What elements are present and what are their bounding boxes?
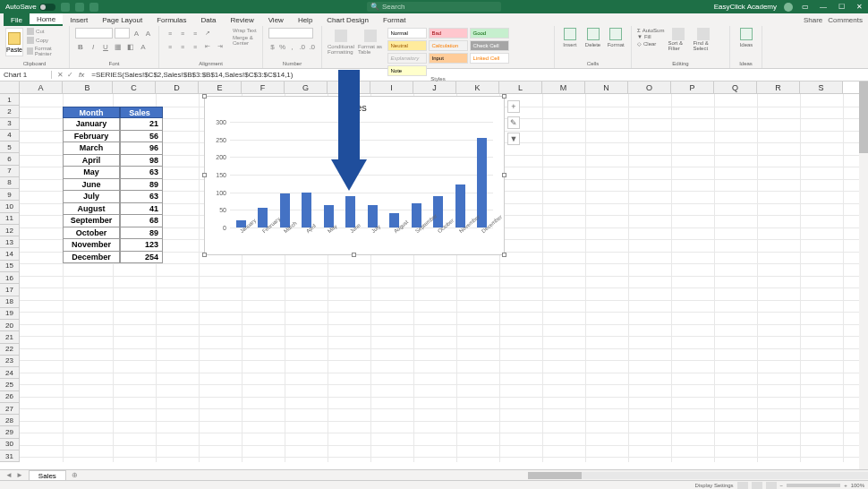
style-good[interactable]: Good bbox=[470, 28, 509, 39]
dec-decimal-icon[interactable]: .0 bbox=[308, 41, 316, 52]
chart-filters-button[interactable]: ▼ bbox=[507, 133, 520, 145]
style-neutral[interactable]: Neutral bbox=[387, 40, 427, 51]
table-row[interactable]: September68 bbox=[63, 215, 163, 227]
tab-insert[interactable]: Insert bbox=[63, 13, 95, 26]
chart-handle[interactable] bbox=[202, 173, 207, 177]
row-header-4[interactable]: 4 bbox=[0, 130, 20, 142]
table-row[interactable]: August41 bbox=[63, 203, 163, 216]
row-header-5[interactable]: 5 bbox=[0, 142, 20, 153]
row-header-28[interactable]: 28 bbox=[0, 415, 20, 426]
tab-chart-design[interactable]: Chart Design bbox=[319, 13, 376, 26]
fx-icon[interactable]: fx bbox=[79, 71, 88, 79]
align-center-icon[interactable]: ≡ bbox=[177, 41, 188, 52]
cell-sales[interactable]: 63 bbox=[120, 191, 163, 203]
accept-formula-icon[interactable]: ✓ bbox=[67, 71, 73, 79]
table-row[interactable]: June89 bbox=[63, 179, 163, 192]
row-header-26[interactable]: 26 bbox=[0, 391, 20, 403]
indent-dec-icon[interactable]: ⇤ bbox=[202, 41, 213, 52]
font-color-button[interactable]: A bbox=[138, 41, 149, 52]
autosave-toggle[interactable]: AutoSave bbox=[5, 3, 55, 11]
cell-month[interactable]: July bbox=[63, 191, 120, 203]
style-normal[interactable]: Normal bbox=[387, 28, 427, 39]
table-row[interactable]: December254 bbox=[63, 252, 163, 264]
delete-cells-button[interactable]: Delete bbox=[583, 28, 603, 47]
cell-sales[interactable]: 56 bbox=[120, 131, 163, 143]
chart-handle[interactable] bbox=[202, 94, 207, 99]
table-row[interactable]: October89 bbox=[63, 227, 163, 240]
new-sheet-button[interactable]: ⊕ bbox=[66, 471, 83, 479]
clear-button[interactable]: ◇Clear bbox=[637, 40, 664, 47]
row-header-3[interactable]: 3 bbox=[0, 118, 20, 130]
row-header-30[interactable]: 30 bbox=[0, 439, 20, 450]
cell-month[interactable]: October bbox=[63, 227, 120, 240]
cell-month[interactable]: May bbox=[63, 167, 120, 179]
row-header-9[interactable]: 9 bbox=[0, 189, 20, 201]
fill-color-button[interactable]: ◧ bbox=[125, 41, 136, 52]
ideas-button[interactable]: Ideas bbox=[736, 28, 757, 47]
row-header-10[interactable]: 10 bbox=[0, 201, 20, 212]
user-avatar[interactable] bbox=[784, 3, 793, 12]
cell-month[interactable]: June bbox=[63, 179, 120, 192]
chart-bar[interactable] bbox=[280, 193, 290, 227]
sheet-prev-icon[interactable]: ◄ bbox=[5, 471, 13, 479]
row-header-25[interactable]: 25 bbox=[0, 379, 20, 390]
row-header-7[interactable]: 7 bbox=[0, 166, 20, 177]
row-header-16[interactable]: 16 bbox=[0, 272, 20, 284]
chart-elements-button[interactable]: + bbox=[507, 100, 520, 113]
italic-button[interactable]: I bbox=[88, 41, 98, 52]
row-header-22[interactable]: 22 bbox=[0, 344, 20, 356]
row-header-29[interactable]: 29 bbox=[0, 426, 20, 438]
tab-page-layout[interactable]: Page Layout bbox=[95, 13, 149, 26]
col-header-A[interactable]: A bbox=[20, 82, 63, 93]
table-row[interactable]: May63 bbox=[63, 167, 163, 179]
tab-data[interactable]: Data bbox=[194, 13, 224, 26]
row-header-24[interactable]: 24 bbox=[0, 367, 20, 379]
zoom-in-button[interactable]: + bbox=[844, 483, 847, 488]
style-input[interactable]: Input bbox=[429, 53, 468, 64]
col-header-S[interactable]: S bbox=[800, 82, 843, 93]
close-icon[interactable]: ✕ bbox=[854, 3, 864, 11]
col-header-C[interactable]: C bbox=[113, 82, 156, 93]
col-header-N[interactable]: N bbox=[585, 82, 628, 93]
copy-button[interactable]: Copy bbox=[27, 37, 64, 44]
select-all-corner[interactable] bbox=[0, 82, 20, 93]
row-header-2[interactable]: 2 bbox=[0, 106, 20, 117]
align-top-icon[interactable]: ≡ bbox=[165, 28, 175, 39]
col-header-P[interactable]: P bbox=[671, 82, 714, 93]
style-calculation[interactable]: Calculation bbox=[429, 40, 468, 51]
col-header-L[interactable]: L bbox=[499, 82, 542, 93]
chart-bar[interactable] bbox=[302, 193, 311, 227]
row-header-23[interactable]: 23 bbox=[0, 356, 20, 367]
paste-button[interactable]: Paste bbox=[5, 28, 23, 56]
cell-month[interactable]: December bbox=[63, 252, 120, 264]
chart-handle[interactable] bbox=[502, 94, 506, 99]
table-row[interactable]: February56 bbox=[63, 131, 163, 143]
cell-sales[interactable]: 21 bbox=[120, 118, 163, 131]
style-explanatory[interactable]: Explanatory bbox=[387, 53, 427, 64]
cell-month[interactable]: November bbox=[63, 239, 120, 252]
row-header-17[interactable]: 17 bbox=[0, 284, 20, 296]
format-as-table-button[interactable]: Format as Table bbox=[358, 28, 384, 56]
tab-format[interactable]: Format bbox=[376, 13, 413, 26]
tab-review[interactable]: Review bbox=[223, 13, 260, 26]
formula-input[interactable]: =SERIES(Sales!$C$2,Sales!$B$3:$B$14,Sale… bbox=[88, 71, 868, 79]
col-header-O[interactable]: O bbox=[628, 82, 671, 93]
cell-sales[interactable]: 63 bbox=[120, 167, 163, 179]
display-settings-button[interactable]: Display Settings bbox=[695, 483, 734, 488]
row-header-11[interactable]: 11 bbox=[0, 213, 20, 225]
row-header-8[interactable]: 8 bbox=[0, 177, 20, 189]
autosum-button[interactable]: ΣAutoSum bbox=[637, 28, 664, 33]
redo-icon[interactable] bbox=[89, 3, 98, 12]
user-name[interactable]: EasyClick Academy bbox=[714, 3, 777, 11]
bold-button[interactable]: B bbox=[75, 41, 86, 52]
row-header-15[interactable]: 15 bbox=[0, 261, 20, 272]
name-box[interactable]: Chart 1 bbox=[0, 71, 52, 79]
horizontal-scrollbar[interactable] bbox=[528, 472, 868, 479]
sort-filter-button[interactable]: Sort & Filter bbox=[668, 28, 689, 51]
maximize-icon[interactable]: ☐ bbox=[836, 3, 847, 11]
cell-month[interactable]: April bbox=[63, 155, 120, 167]
chart-bar[interactable] bbox=[345, 196, 355, 227]
tab-file[interactable]: File bbox=[4, 13, 30, 26]
row-header-20[interactable]: 20 bbox=[0, 320, 20, 331]
col-header-G[interactable]: G bbox=[285, 82, 328, 93]
